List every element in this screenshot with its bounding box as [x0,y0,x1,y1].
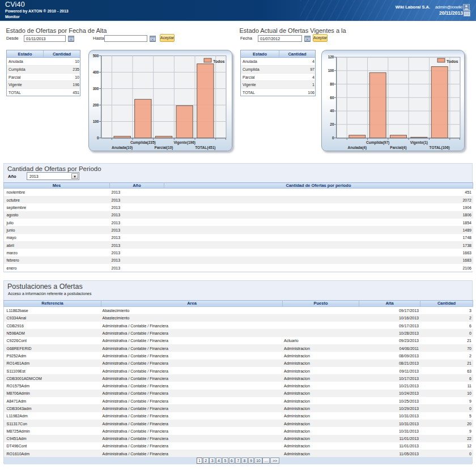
svg-text:60: 60 [330,96,334,100]
svg-text:40: 40 [330,109,334,113]
svg-text:Vigente(1): Vigente(1) [410,140,428,145]
svg-text:500: 500 [93,54,99,58]
svg-text:Cumplida(97): Cumplida(97) [366,140,389,145]
svg-text:0: 0 [97,136,99,140]
svg-text:0: 0 [332,136,334,140]
svg-text:200: 200 [93,103,99,107]
svg-text:TOTAL(106): TOTAL(106) [430,146,450,150]
svg-text:Parcial(4): Parcial(4) [390,146,406,150]
svg-text:Cumplida(235): Cumplida(235) [130,140,156,145]
svg-text:Todos: Todos [447,59,458,63]
svg-text:400: 400 [93,70,99,74]
svg-text:Vigente(196): Vigente(196) [173,140,196,145]
svg-text:Anulada(10): Anulada(10) [112,146,133,150]
svg-text:TOTAL(451): TOTAL(451) [195,146,215,150]
svg-text:100: 100 [328,69,334,72]
svg-text:100: 100 [93,119,99,123]
svg-text:Anulada(4): Anulada(4) [348,146,367,150]
svg-text:Parcial(10): Parcial(10) [155,146,173,150]
svg-text:120: 120 [328,55,334,59]
svg-text:Todos: Todos [213,59,225,63]
svg-text:300: 300 [93,87,99,91]
svg-text:20: 20 [330,122,334,126]
svg-text:80: 80 [330,82,334,86]
